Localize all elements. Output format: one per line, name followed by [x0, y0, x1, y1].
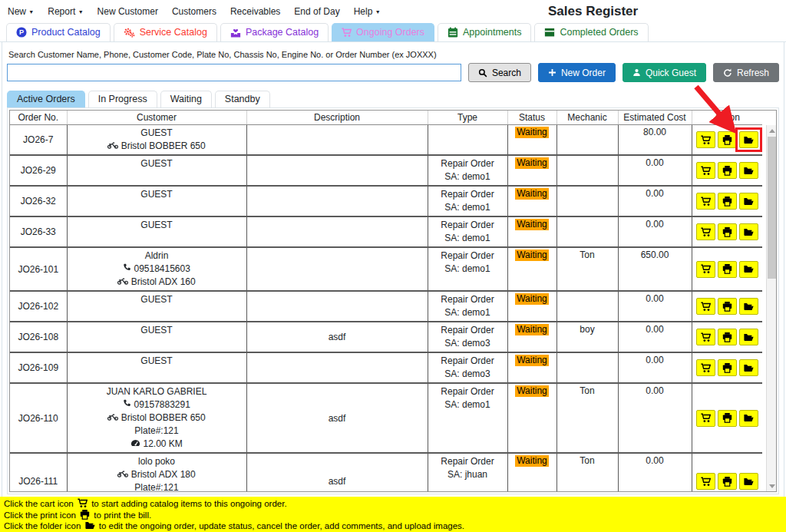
- scrollbar-thumb[interactable]: [768, 137, 776, 279]
- folder-action-button[interactable]: [739, 359, 758, 376]
- folder-action-button[interactable]: [739, 131, 758, 148]
- folder-icon: [85, 520, 95, 530]
- customer-cell: GUEST: [67, 155, 246, 186]
- description-cell: [246, 125, 428, 156]
- odometer-icon: [130, 439, 140, 447]
- folder-action-button[interactable]: [739, 162, 758, 179]
- folder-action-button[interactable]: [739, 193, 758, 210]
- table-header-row: Order No.CustomerDescriptionTypeStatusMe…: [10, 111, 762, 125]
- cart-action-button[interactable]: [696, 162, 715, 179]
- description-cell: [246, 247, 428, 291]
- menu-item-new[interactable]: New ▼: [8, 6, 34, 17]
- cart-action-button[interactable]: [696, 223, 715, 240]
- footer-instruction: Click the cart icon to start adding cata…: [4, 498, 782, 510]
- menu-item-end-of-day[interactable]: End of Day: [294, 6, 339, 17]
- cart-action-button[interactable]: [696, 473, 715, 490]
- print-action-button[interactable]: [718, 359, 737, 376]
- folder-action-button[interactable]: [739, 298, 758, 315]
- column-header-estimated-cost: Estimated Cost: [618, 111, 692, 125]
- quick-guest-button[interactable]: Quick Guest: [623, 63, 706, 82]
- menu-item-report[interactable]: Report ▼: [48, 6, 83, 17]
- print-icon: [722, 166, 732, 176]
- action-cell: [692, 322, 762, 352]
- service-advisor: SA: demo3: [430, 337, 506, 350]
- subtab-waiting[interactable]: Waiting: [160, 91, 212, 107]
- menu-item-receivables[interactable]: Receivables: [230, 6, 280, 17]
- order-no-cell: JO26-102: [10, 291, 67, 322]
- folder-action-button[interactable]: [739, 261, 758, 278]
- scroll-down-arrow-icon[interactable]: [767, 481, 777, 491]
- search-button[interactable]: Search: [468, 63, 531, 82]
- cart-action-button[interactable]: [696, 261, 715, 278]
- refresh-button[interactable]: Refresh: [713, 63, 779, 82]
- column-header-customer: Customer: [67, 111, 246, 125]
- status-badge: Waiting: [515, 188, 549, 200]
- customer-name: GUEST: [69, 127, 245, 140]
- tab-service-catalog[interactable]: Service Catalog: [114, 23, 217, 41]
- print-action-button[interactable]: [718, 162, 737, 179]
- order-no-cell: JO26-33: [10, 216, 67, 247]
- print-action-button[interactable]: [718, 223, 737, 240]
- status-badge: Waiting: [515, 219, 549, 230]
- new-order-button[interactable]: New Order: [538, 63, 616, 82]
- print-icon: [722, 363, 732, 373]
- cart-action-button[interactable]: [696, 131, 715, 148]
- cart-action-button[interactable]: [696, 193, 715, 210]
- folder-action-button[interactable]: [739, 329, 758, 345]
- tab-completed-orders[interactable]: Completed Orders: [534, 23, 648, 41]
- cart-action-button[interactable]: [696, 359, 715, 376]
- order-type: Repair Order: [430, 455, 506, 468]
- mechanic-cell: [556, 291, 618, 322]
- menu-item-new-customer[interactable]: New Customer: [97, 6, 158, 17]
- customer-vehicle: Bristol ADX 180: [69, 468, 245, 481]
- print-action-button[interactable]: [718, 261, 737, 278]
- customer-name: GUEST: [69, 219, 245, 232]
- customer-name: GUEST: [69, 188, 245, 201]
- subtab-in-progress[interactable]: In Progress: [88, 91, 157, 107]
- order-type: Repair Order: [430, 157, 506, 170]
- description-cell: asdf: [246, 453, 428, 492]
- cart-action-button[interactable]: [696, 329, 715, 345]
- tab-product-catalog[interactable]: PProduct Catalog: [6, 23, 111, 41]
- type-cell: Repair OrderSA: demo1: [428, 155, 507, 186]
- folder-icon: [744, 332, 754, 342]
- folder-action-button[interactable]: [739, 473, 758, 490]
- table-scrollbar[interactable]: [766, 125, 776, 491]
- folder-action-button[interactable]: [739, 223, 758, 240]
- tab-package-catalog[interactable]: Package Catalog: [220, 23, 329, 41]
- scroll-up-arrow-icon[interactable]: [767, 125, 777, 136]
- print-action-button[interactable]: [718, 131, 737, 148]
- customer-vehicle: Bristol BOBBER 650: [69, 411, 245, 425]
- print-action-button[interactable]: [718, 473, 737, 490]
- person-icon: [632, 68, 641, 77]
- folder-action-button[interactable]: [739, 410, 758, 427]
- cart-action-button[interactable]: [696, 298, 715, 315]
- print-action-button[interactable]: [718, 410, 737, 427]
- menu-item-help[interactable]: Help ▼: [354, 6, 381, 17]
- mechanic-cell: Ton: [556, 247, 618, 291]
- tab-ongoing-orders[interactable]: Ongoing Orders: [332, 23, 434, 41]
- tab-appointments[interactable]: Appointments: [438, 23, 531, 41]
- print-action-button[interactable]: [718, 193, 737, 210]
- action-cell: [692, 125, 762, 156]
- customer-cell: lolo poko Bristol ADX 180Plate#:121 1.00…: [67, 453, 246, 492]
- status-badge: Waiting: [515, 157, 549, 169]
- caret-down-icon: ▼: [28, 9, 34, 15]
- sales-register-app: New ▼Report ▼New CustomerCustomersReceiv…: [0, 0, 786, 532]
- print-action-button[interactable]: [718, 298, 737, 315]
- button-label: Search: [492, 68, 521, 78]
- search-input[interactable]: [7, 64, 461, 81]
- cart-icon: [342, 28, 352, 38]
- subtab-active-orders[interactable]: Active Orders: [7, 91, 85, 107]
- estimated-cost-cell: 0.00: [618, 291, 692, 322]
- footer-instruction: Click the folder icon to edit the ongoin…: [4, 520, 782, 532]
- status-badge: Waiting: [515, 385, 549, 397]
- print-icon: [722, 332, 732, 342]
- menu-item-customers[interactable]: Customers: [172, 6, 216, 17]
- order-row: JO26-102GUESTRepair OrderSA: demo1Waitin…: [10, 291, 762, 322]
- print-action-button[interactable]: [718, 329, 737, 345]
- column-header-action: Action: [692, 111, 762, 125]
- order-no-cell: JO26-29: [10, 155, 67, 186]
- subtab-standby[interactable]: Standby: [215, 91, 270, 107]
- cart-action-button[interactable]: [696, 410, 715, 427]
